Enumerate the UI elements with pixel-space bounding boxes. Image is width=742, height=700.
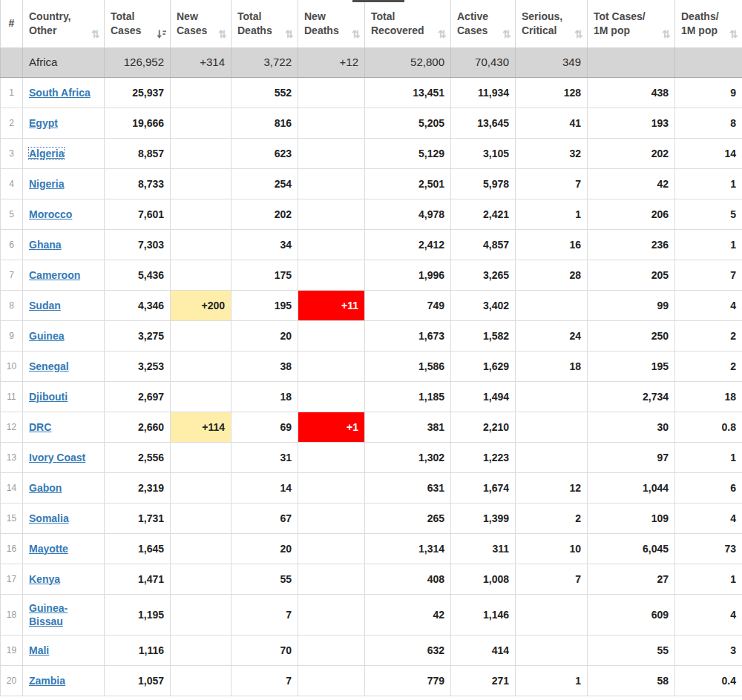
cell-new_deaths [298,564,365,594]
cell-deaths_per_1m: 7 [675,260,742,290]
col-header-country[interactable]: Country, Other⇅ [23,0,105,47]
cell-active_cases: 13,645 [451,108,516,138]
country-link[interactable]: Senegal [29,360,69,372]
cell-total_recovered: 2,501 [365,168,451,199]
col-header-label: New Cases [177,10,207,36]
cell-total_recovered: 42 [365,594,451,635]
col-header-total_cases[interactable]: Total Cases [105,0,171,47]
cell-cases_per_1m: 109 [588,503,675,533]
col-header-total_recovered[interactable]: Total Recovered⇅ [365,0,451,47]
sort-both-icon: ⇅ [502,29,511,39]
cell-active_cases: 414 [451,635,516,665]
cell-rank: 13 [1,442,23,472]
cell-total_cases: 8,733 [105,168,171,199]
table-row: 14Gabon2,319146311,674121,0446 [1,472,742,503]
cell-rank: 18 [1,594,23,635]
cell-rank: 20 [1,665,23,696]
country-link[interactable]: Guinea-Bissau [29,602,68,627]
cell-total_recovered: 632 [365,635,451,665]
country-link[interactable]: Egypt [29,117,58,129]
cell-active_cases: 1,008 [451,564,516,594]
col-header-new_deaths[interactable]: New Deaths⇅ [298,0,365,47]
col-header-label: Deaths/ 1M pop [681,10,719,36]
cell-serious_critical: 12 [516,472,588,503]
cell-new_deaths [298,260,365,290]
cell-active_cases: 5,978 [451,168,516,199]
cell-new_deaths [298,381,365,412]
continent-total-row: Africa126,952+3143,722+1252,80070,430349 [1,47,742,77]
cell-rank: 6 [1,229,23,260]
cell-serious_critical [516,635,588,665]
country-link[interactable]: DRC [29,421,51,433]
col-header-total_deaths[interactable]: Total Deaths⇅ [232,0,298,47]
cell-total_cases: 5,436 [105,260,171,290]
country-link[interactable]: Sudan [29,300,61,311]
cell-deaths_per_1m: 3 [675,635,742,665]
country-link[interactable]: Cameroon [29,269,80,281]
country-link[interactable]: Ivory Coast [29,452,85,463]
cell-total_deaths: 14 [232,472,298,503]
country-link[interactable]: Mali [29,644,49,656]
cell-rank: 2 [1,108,23,138]
cell-active_cases: 4,857 [451,229,516,260]
cell-deaths_per_1m: 8 [675,108,742,138]
cell-serious_critical: 41 [516,108,588,138]
cell-deaths_per_1m: 9 [675,77,742,108]
cell-serious_critical: 7 [516,564,588,594]
country-link[interactable]: Nigeria [29,178,64,190]
cell-serious_critical [516,442,588,472]
cell-new_deaths [298,442,365,472]
cell-new_cases [171,472,232,503]
country-link[interactable]: Somalia [29,512,69,524]
cell-new_deaths [298,138,365,168]
country-link[interactable]: Djibouti [29,391,68,403]
table-row: 5Morocco7,6012024,9782,42112065 [1,199,742,229]
cell-country: DRC [23,412,105,442]
sort-both-icon: ⇅ [438,29,447,39]
cell-rank: 11 [1,381,23,412]
col-header-new_cases[interactable]: New Cases⇅ [171,0,232,47]
col-header-active_cases[interactable]: Active Cases⇅ [451,0,516,47]
cell-country: Morocco [23,199,105,229]
cell-cases_per_1m: 205 [588,260,675,290]
country-link[interactable]: South Africa [29,87,91,99]
cell-deaths_per_1m: 2 [675,320,742,351]
cell-deaths_per_1m: 0.8 [675,412,742,442]
cell-total_recovered: 1,586 [365,351,451,381]
cell-total_deaths: 67 [232,503,298,533]
cell-rank: 9 [1,320,23,351]
cell-country: Zambia [23,665,105,696]
table-row: 18Guinea-Bissau1,1957421,1466094 [1,594,742,635]
country-link[interactable]: Morocco [29,208,72,220]
cell-cases_per_1m: 193 [588,108,675,138]
cell-deaths_per_1m: 2 [675,351,742,381]
country-link[interactable]: Kenya [29,573,60,585]
cell-new_deaths [298,351,365,381]
col-header-deaths_per_1m[interactable]: Deaths/ 1M pop⇅ [675,0,742,47]
country-link[interactable]: Ghana [29,239,62,251]
col-header-cases_per_1m[interactable]: Tot Cases/ 1M pop⇅ [588,0,675,47]
cell-total_cases: 126,952 [105,47,171,77]
country-link[interactable]: Gabon [29,482,62,494]
cell-total_deaths: 7 [232,665,298,696]
country-link[interactable]: Mayotte [29,543,68,555]
country-link[interactable]: Algeria [29,148,64,159]
country-link[interactable]: Zambia [29,675,65,687]
cell-cases_per_1m: 55 [588,635,675,665]
cell-total_deaths: 3,722 [232,47,298,77]
cell-total_cases: 25,937 [105,77,171,108]
col-header-serious_critical[interactable]: Serious, Critical⇅ [516,0,588,47]
cell-total_deaths: 69 [232,412,298,442]
cell-country: Ghana [23,229,105,260]
table-row: 7Cameroon5,4361751,9963,265282057 [1,260,742,290]
col-header-label: New Deaths [304,10,339,36]
cell-rank: 19 [1,635,23,665]
cell-serious_critical [516,594,588,635]
cell-cases_per_1m: 195 [588,351,675,381]
cell-rank: 4 [1,168,23,199]
cell-total_recovered: 13,451 [365,77,451,108]
cell-country: Somalia [23,503,105,533]
cell-total_cases: 4,346 [105,290,171,320]
country-link[interactable]: Guinea [29,330,64,342]
cell-total_deaths: 254 [232,168,298,199]
